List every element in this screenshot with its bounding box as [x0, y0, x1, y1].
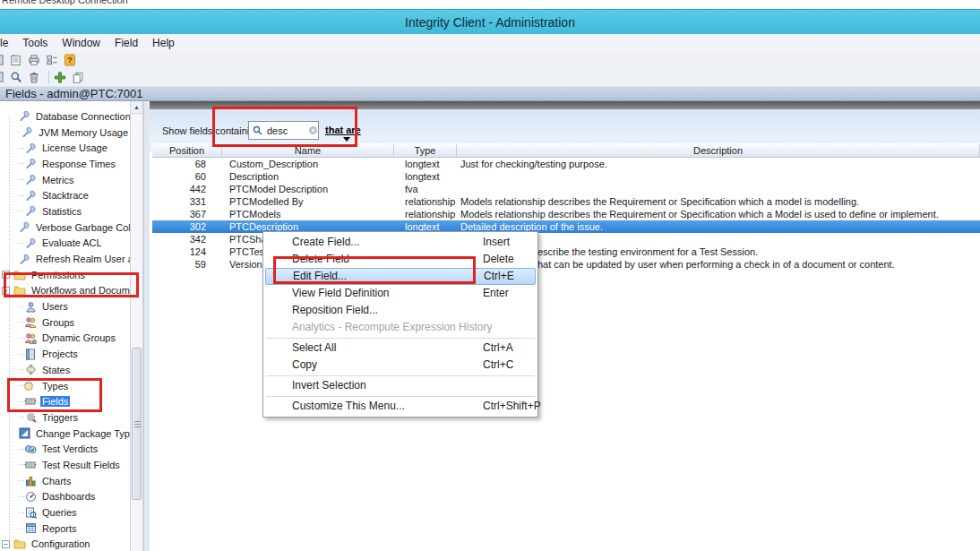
cell-type: longtext	[394, 158, 457, 170]
help-button[interactable]: ?	[64, 53, 80, 67]
print-button[interactable]	[28, 53, 44, 67]
tree-list: Database ConnectionsJVM Memory UsageLice…	[0, 101, 130, 551]
sidebar-item-license-usage[interactable]: License Usage	[0, 140, 130, 156]
menu-window[interactable]: Window	[55, 35, 107, 51]
sidebar-item-refresh-realm-user-and[interactable]: Refresh Realm User and	[0, 251, 130, 267]
annotation-rect-edit-field	[273, 256, 476, 284]
tree-connector	[18, 417, 24, 418]
menu-item-shortcut: Enter	[483, 285, 509, 302]
sidebar-item-queries[interactable]: Queries	[0, 504, 130, 521]
sidebar-item-statistics[interactable]: Statistics	[0, 203, 130, 220]
tree-connector	[18, 496, 24, 497]
sidebar-item-label: Database Connections	[34, 111, 130, 122]
copy-button[interactable]	[72, 70, 88, 84]
clipped-button[interactable]	[0, 70, 8, 84]
cell-position: 367	[152, 208, 222, 220]
menu-file[interactable]: File	[0, 35, 15, 51]
preferences-button[interactable]	[46, 53, 62, 67]
collapse-icon[interactable]: −	[2, 540, 10, 548]
clipped-button[interactable]	[0, 53, 8, 67]
sidebar-item-label: Statistics	[40, 206, 83, 217]
menu-item-label: Customize This Menu...	[292, 400, 405, 412]
sidebar-item-label: States	[40, 365, 72, 375]
scrollbar-thumb[interactable]	[132, 348, 142, 500]
sidebar-item-database-connections[interactable]: Database Connections	[0, 108, 130, 125]
table-row-ptcmodel-description[interactable]: 442PTCModel Descriptionfva	[152, 183, 980, 195]
cell-description: Just for checking/testing purpose.	[457, 158, 980, 170]
sidebar-item-test-result-fields[interactable]: Test Result Fields	[0, 457, 130, 473]
menu-help[interactable]: Help	[145, 35, 182, 51]
sidebar-item-users[interactable]: Users	[0, 298, 130, 314]
sidebar-item-dynamic-groups[interactable]: Dynamic Groups	[0, 331, 130, 347]
panel-title: Fields - admin@PTC:7001	[5, 87, 142, 100]
tree-connector	[18, 243, 24, 244]
menu-item-label: Invert Selection	[292, 379, 366, 392]
create-button[interactable]	[54, 70, 70, 84]
notes-button[interactable]	[10, 53, 26, 67]
sidebar-item-response-times[interactable]: Response Times	[0, 156, 130, 172]
context-menu-item-customize-this-menu[interactable]: Customize This Menu...Ctrl+Shift+P	[265, 398, 536, 415]
change-package-icon	[18, 427, 30, 439]
window-titlebar: Integrity Client - Administration	[0, 9, 980, 34]
context-menu-item-create-field[interactable]: Create Field...Insert	[265, 234, 536, 251]
sidebar-item-configuration[interactable]: −Configuration	[0, 537, 130, 551]
tree-connector	[18, 338, 24, 339]
column-header-description[interactable]: Description	[457, 144, 980, 157]
sidebar-item-label: License Usage	[40, 142, 109, 153]
sidebar-item-states[interactable]: States	[0, 362, 130, 378]
context-menu-item-invert-selection[interactable]: Invert Selection	[265, 377, 536, 394]
menu-item-shortcut: Ctrl+E	[484, 269, 514, 284]
cell-description	[457, 170, 980, 183]
menu-item-shortcut: Delete	[483, 251, 514, 268]
search-icon	[10, 72, 22, 83]
cell-position: 442	[152, 183, 222, 195]
table-row-custom-description[interactable]: 68Custom_DescriptionlongtextJust for che…	[152, 158, 980, 170]
table-row-ptcmodelled-by[interactable]: 331PTCModelled ByrelationshipModels rela…	[152, 195, 980, 208]
cell-name: PTCModelled By	[222, 195, 394, 208]
sidebar-item-groups[interactable]: Groups	[0, 314, 130, 331]
toolbar-separator	[48, 71, 49, 83]
context-menu-item-select-all[interactable]: Select AllCtrl+A	[265, 340, 536, 357]
cell-position: 124	[152, 245, 222, 258]
cell-description: Models relationship describes the Requir…	[457, 195, 980, 208]
sidebar-item-projects[interactable]: Projects	[0, 346, 130, 362]
sidebar-item-dashboards[interactable]: Dashboards	[0, 489, 130, 505]
table-row-ptcmodels[interactable]: 367PTCModelsrelationshipModels relations…	[152, 208, 980, 220]
cell-name: Description	[222, 170, 394, 183]
sidebar-item-stacktrace[interactable]: Stacktrace	[0, 187, 130, 203]
sidebar-item-label: Change Package Types	[34, 428, 130, 439]
sidebar-item-reports[interactable]: Reports	[0, 521, 130, 537]
menu-item-shortcut: Ctrl+C	[483, 357, 513, 374]
sidebar-item-metrics[interactable]: Metrics	[0, 172, 130, 188]
tree-connector	[18, 163, 24, 164]
sidebar-item-label: Dynamic Groups	[40, 332, 117, 343]
cell-position: 68	[152, 158, 222, 170]
menu-field[interactable]: Field	[107, 35, 145, 51]
sidebar-item-label: Refresh Realm User and	[34, 254, 130, 264]
search-button[interactable]	[10, 70, 26, 84]
reports-icon	[24, 522, 37, 534]
column-header-type[interactable]: Type	[394, 144, 457, 157]
tree-scrollbar[interactable]: ▲	[130, 101, 143, 551]
wrench-icon	[24, 205, 37, 217]
toolbar-row-1: ?	[0, 51, 980, 68]
panel-splitter[interactable]	[143, 101, 150, 551]
scroll-up-button[interactable]: ▲	[131, 101, 142, 114]
sidebar-tree: Database ConnectionsJVM Memory UsageLice…	[0, 101, 130, 551]
tree-connector	[18, 369, 24, 370]
sidebar-item-test-verdicts[interactable]: Test Verdicts	[0, 441, 130, 457]
context-menu-item-copy[interactable]: CopyCtrl+C	[265, 357, 536, 374]
sidebar-item-evaluate-acl[interactable]: Evaluate ACL	[0, 236, 130, 252]
table-row-description[interactable]: 60Descriptionlongtext	[152, 170, 980, 183]
context-menu-item-reposition-field[interactable]: Reposition Field...	[265, 302, 536, 319]
cell-description: Models relationship describes the Requir…	[457, 208, 980, 220]
menu-separator	[266, 396, 535, 397]
menu-item-shortcut: Ctrl+Shift+P	[483, 398, 541, 415]
sidebar-item-verbose-garbage-collecti[interactable]: Verbose Garbage Collecti	[0, 220, 130, 236]
sidebar-item-change-package-types[interactable]: Change Package Types	[0, 426, 130, 442]
sidebar-item-jvm-memory-usage[interactable]: JVM Memory Usage	[0, 125, 130, 141]
context-menu-item-view-field-definition[interactable]: View Field DefinitionEnter	[265, 285, 536, 302]
sidebar-item-charts[interactable]: Charts	[0, 473, 130, 489]
menu-tools[interactable]: Tools	[15, 35, 55, 51]
delete-button[interactable]	[28, 70, 44, 84]
